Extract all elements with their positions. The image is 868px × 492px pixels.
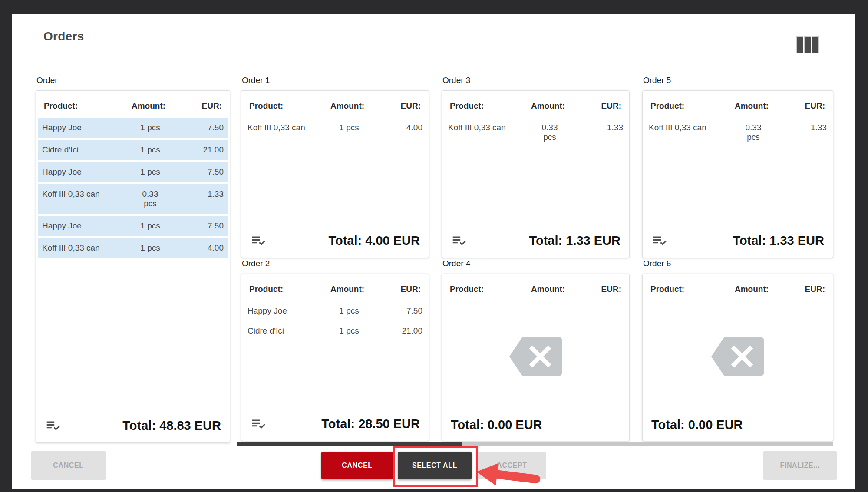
- order-card[interactable]: Product: Amount: EUR: Koff III 0,33 can …: [642, 90, 833, 258]
- backspace-x-icon: [711, 330, 764, 385]
- order-card[interactable]: Product: Amount: EUR:: [642, 274, 833, 441]
- order-cell: Order 6 Product: Amount: EUR:: [642, 259, 833, 441]
- order-item-rows: Koff III 0,33 can 1 pcs 4.00: [243, 118, 427, 138]
- order-label: Order 6: [643, 259, 833, 268]
- order-item-row[interactable]: Happy Joe 1 pcs 7.50: [38, 216, 228, 236]
- columns-view-bar: [804, 36, 811, 53]
- column-header-eur: EUR:: [780, 284, 825, 294]
- order-card[interactable]: Product: Amount: EUR: Koff III 0,33 can …: [442, 90, 630, 258]
- item-eur: 7.50: [178, 221, 224, 231]
- scrollbar-thumb[interactable]: [237, 442, 462, 446]
- column-header-amount: Amount:: [319, 101, 376, 111]
- order-cell: Order Product: Amount: EUR: Happy Joe 1 …: [36, 76, 230, 443]
- order-item-row[interactable]: Koff III 0,33 can 0.33 pcs 1.33: [38, 184, 228, 214]
- order-label: Order 1: [242, 76, 429, 85]
- cancel-button[interactable]: CANCEL: [321, 452, 393, 479]
- columns-view-icon[interactable]: [796, 36, 819, 53]
- order-total: Total: 48.83 EUR: [122, 419, 221, 433]
- empty-order-indicator: [444, 301, 627, 413]
- order-card[interactable]: Product: Amount: EUR: Koff III 0,33 can …: [241, 90, 429, 258]
- column-header-product: Product:: [450, 101, 520, 111]
- order-item-row[interactable]: Happy Joe 1 pcs 7.50: [243, 301, 427, 321]
- order-item-row[interactable]: Cidre d'Ici 1 pcs 21.00: [243, 321, 427, 341]
- order-item-row[interactable]: Koff III 0,33 can 1 pcs 4.00: [38, 238, 228, 258]
- item-amount: 0.33 pcs: [725, 123, 782, 142]
- item-product: Happy Joe: [42, 123, 122, 132]
- item-eur: 1.33: [178, 189, 224, 199]
- column-header-eur: EUR:: [780, 101, 825, 111]
- page-title: Orders: [43, 30, 84, 43]
- order-table-header: Product: Amount: EUR:: [444, 276, 627, 301]
- column-header-amount: Amount:: [723, 101, 780, 111]
- item-product: Happy Joe: [248, 306, 321, 316]
- finalize-button[interactable]: FINALIZE...: [763, 451, 837, 480]
- column-header-amount: Amount:: [520, 101, 576, 111]
- order-total: Total: 4.00 EUR: [328, 234, 420, 248]
- order-cell: Order 3 Product: Amount: EUR: Koff III 0…: [442, 76, 630, 258]
- column-header-eur: EUR:: [576, 101, 621, 111]
- order-item-row[interactable]: Cidre d'Ici 1 pcs 21.00: [38, 140, 228, 160]
- item-eur: 7.50: [377, 306, 422, 316]
- order-card-body: [644, 301, 831, 413]
- order-cell: Order 5 Product: Amount: EUR: Koff III 0…: [642, 76, 833, 258]
- order-total: Total: 28.50 EUR: [321, 417, 420, 431]
- orders-dialog: Orders Order Product: Amount: EUR: Happy…: [12, 14, 855, 489]
- order-item-row[interactable]: Happy Joe 1 pcs 7.50: [38, 118, 228, 138]
- column-header-product: Product:: [44, 101, 120, 111]
- item-product: Cidre d'Ici: [248, 326, 321, 336]
- orders-grid: Order 1 Product: Amount: EUR: Koff III 0…: [241, 76, 833, 441]
- order-total-row: Total: 0.00 EUR: [444, 413, 627, 439]
- order-card-body: Koff III 0,33 can 1 pcs 4.00: [243, 118, 427, 228]
- item-product: Koff III 0,33 can: [248, 123, 321, 132]
- order-card[interactable]: Product: Amount: EUR: Happy Joe 1 pcs 7.…: [241, 274, 429, 441]
- order-cell: Order 4 Product: Amount: EUR:: [442, 259, 630, 441]
- order-table-header: Product: Amount: EUR:: [38, 92, 228, 118]
- item-amount: 1 pcs: [122, 145, 178, 155]
- playlist-check-icon: [651, 232, 668, 249]
- order-cell: Order 1 Product: Amount: EUR: Koff III 0…: [241, 76, 429, 258]
- cancel-secondary-button[interactable]: CANCEL: [31, 451, 106, 480]
- playlist-check-icon: [250, 232, 267, 249]
- item-amount: 0.33 pcs: [521, 123, 578, 142]
- order-label: Order 4: [442, 259, 630, 268]
- accept-button[interactable]: ACCEPT: [478, 452, 546, 479]
- item-eur: 21.00: [377, 326, 422, 336]
- item-eur: 4.00: [178, 243, 224, 253]
- order-item-row[interactable]: Koff III 0,33 can 0.33 pcs 1.33: [644, 118, 831, 147]
- order-table-header: Product: Amount: EUR:: [243, 276, 427, 301]
- item-amount: 0.33 pcs: [122, 189, 178, 208]
- select-all-button[interactable]: SELECT ALL: [398, 452, 472, 479]
- backspace-x-icon: [509, 330, 562, 385]
- item-amount: 1 pcs: [122, 167, 178, 177]
- order-item-row[interactable]: Happy Joe 1 pcs 7.50: [38, 162, 228, 182]
- order-table-header: Product: Amount: EUR:: [444, 92, 627, 118]
- order-cell: Order 2 Product: Amount: EUR: Happy Joe …: [241, 259, 429, 441]
- order-card[interactable]: Product: Amount: EUR:: [442, 274, 630, 441]
- order-total-row: Total: 48.83 EUR: [38, 413, 228, 441]
- item-product: Koff III 0,33 can: [42, 189, 122, 199]
- column-header-eur: EUR:: [576, 284, 621, 294]
- order-item-row[interactable]: Koff III 0,33 can 1 pcs 4.00: [243, 118, 427, 138]
- order-card-body: Koff III 0,33 can 0.33 pcs 1.33: [644, 118, 831, 228]
- order-card[interactable]: Product: Amount: EUR: Happy Joe 1 pcs 7.…: [36, 90, 230, 443]
- order-label: Order 5: [643, 76, 833, 85]
- order-card-body: Happy Joe 1 pcs 7.50 Cidre d'Ici 1 pcs 2…: [243, 301, 427, 411]
- order-total-row: Total: 28.50 EUR: [243, 411, 427, 439]
- item-product: Koff III 0,33 can: [649, 123, 725, 132]
- order-card-body: Happy Joe 1 pcs 7.50 Cidre d'Ici 1 pcs 2…: [38, 118, 228, 413]
- item-product: Happy Joe: [42, 167, 122, 177]
- columns-view-bar: [812, 36, 819, 53]
- order-item-row[interactable]: Koff III 0,33 can 0.33 pcs 1.33: [444, 118, 627, 147]
- order-card-body: [444, 301, 627, 413]
- playlist-check-icon: [451, 232, 467, 249]
- order-table-header: Product: Amount: EUR:: [243, 92, 427, 118]
- order-total: Total: 0.00 EUR: [451, 418, 542, 432]
- column-header-amount: Amount:: [319, 284, 376, 294]
- item-eur: 1.33: [578, 123, 623, 132]
- horizontal-scrollbar[interactable]: [237, 442, 833, 446]
- order-total: Total: 0.00 EUR: [651, 418, 743, 432]
- item-amount: 1 pcs: [321, 326, 377, 336]
- columns-view-bar: [796, 36, 803, 53]
- column-header-product: Product:: [450, 284, 520, 294]
- item-product: Koff III 0,33 can: [448, 123, 521, 132]
